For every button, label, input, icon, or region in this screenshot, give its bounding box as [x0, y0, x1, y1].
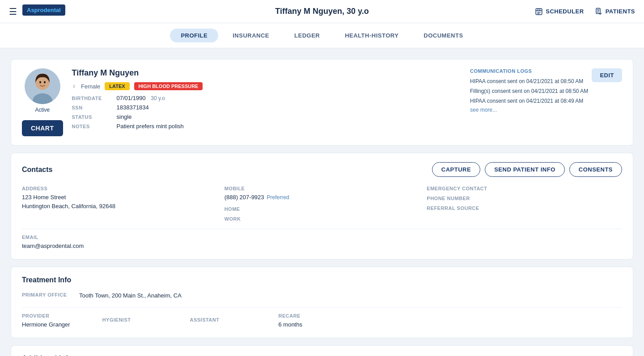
app-logo: Asprodental: [22, 4, 65, 16]
provider-field: PROVIDER Hermione Granger: [22, 313, 70, 329]
patient-title: Tiffany M Nguyen, 30 y.o: [275, 7, 369, 16]
provider-value: Hermione Granger: [22, 320, 70, 329]
hygienist-label: HYGIENIST: [102, 317, 131, 322]
mobile-label: MOBILE: [225, 186, 420, 191]
communication-logs: COMMUNICATION LOGS HIPAA consent sent on…: [470, 68, 622, 113]
tab-bar: PROFILE INSURANCE LEDGER HEALTH-HISTORY …: [0, 23, 644, 48]
main-content: Active CHART Tiffany M Nguyen ♀ Female L…: [0, 48, 644, 356]
divider: [22, 229, 622, 229]
top-nav: ☰ Asprodental Tiffany M Nguyen, 30 y.o S…: [0, 0, 644, 23]
primary-office-label: PRIMARY OFFICE: [22, 292, 76, 297]
primary-office-row: PRIMARY OFFICE Tooth Town, 200 Main St.,…: [22, 291, 622, 300]
nav-right: SCHEDULER PATIENTS: [535, 8, 635, 16]
notes-value: Patient prefers mint polish: [117, 123, 462, 130]
mobile-field: MOBILE (888) 207-9923 Preferred HOME WOR…: [225, 186, 420, 223]
patients-nav-btn[interactable]: PATIENTS: [595, 8, 635, 16]
tab-documents[interactable]: DOCUMENTS: [413, 29, 474, 42]
email-row: EMAIL team@asprodental.com: [22, 235, 622, 251]
emergency-field: EMERGENCY CONTACT PHONE NUMBER REFERRAL …: [427, 186, 622, 223]
contacts-action-buttons: CAPTURE SEND PATIENT INFO CONSENTS: [432, 162, 622, 177]
work-label: WORK: [225, 216, 420, 222]
gender-label: Female: [81, 83, 100, 90]
treatment-info-section: Treatment Info PRIMARY OFFICE Tooth Town…: [11, 267, 633, 338]
gender-icon: ♀: [72, 83, 77, 90]
home-label: HOME: [225, 206, 420, 212]
address-value: 123 Home Street Huntington Beach, Califo…: [22, 193, 217, 210]
recare-label: RECARE: [278, 313, 302, 318]
ssn-label: SSN: [72, 104, 117, 111]
address-field: ADDRESS 123 Home Street Huntington Beach…: [22, 186, 217, 223]
edit-button[interactable]: EDIT: [592, 68, 622, 82]
send-patient-info-button[interactable]: SEND PATIENT INFO: [485, 162, 565, 177]
ssn-value: 1838371834: [117, 104, 462, 111]
tab-insurance[interactable]: INSURANCE: [222, 29, 280, 42]
patient-info-grid: BIRTHDATE 07/01/1990 30 y.o SSN 18383718…: [72, 95, 462, 130]
contacts-section: Contacts CAPTURE SEND PATIENT INFO CONSE…: [11, 153, 633, 260]
email-label: EMAIL: [22, 235, 84, 240]
assistant-field: ASSISTANT: [190, 317, 219, 324]
address-label: ADDRESS: [22, 186, 217, 191]
scheduler-nav-btn[interactable]: SCHEDULER: [535, 8, 584, 16]
profile-header-card: Active CHART Tiffany M Nguyen ♀ Female L…: [11, 59, 633, 146]
emergency-label: EMERGENCY CONTACT: [427, 186, 622, 191]
email-field: EMAIL team@asprodental.com: [22, 235, 84, 251]
treatment-divider: [22, 307, 622, 308]
assistant-label: ASSISTANT: [190, 317, 219, 322]
mobile-preferred: Preferred: [267, 193, 289, 201]
comm-log-item-3: HIPAA consent sent on 04/21/2021 at 08:4…: [470, 97, 622, 105]
recare-value: 6 months: [278, 320, 302, 329]
email-value: team@asprodental.com: [22, 242, 84, 251]
work-field: WORK: [225, 216, 420, 222]
recare-field: RECARE 6 months: [278, 313, 302, 329]
gender-row: ♀ Female LATEX HIGH BLOOD PRESSURE: [72, 82, 462, 90]
blood-pressure-badge: HIGH BLOOD PRESSURE: [134, 82, 203, 90]
patients-icon: [595, 8, 603, 16]
scheduler-icon: [535, 8, 543, 16]
patient-name: Tiffany M Nguyen: [72, 68, 462, 78]
contacts-section-header: Contacts CAPTURE SEND PATIENT INFO CONSE…: [22, 162, 622, 177]
tab-health-history[interactable]: HEALTH-HISTORY: [334, 29, 409, 42]
status-label: STATUS: [72, 113, 117, 120]
svg-point-13: [39, 81, 41, 84]
latex-badge: LATEX: [105, 82, 129, 90]
hamburger-icon[interactable]: ☰: [9, 6, 17, 17]
referral-label: REFERRAL SOURCE: [427, 205, 622, 211]
provider-row: PROVIDER Hermione Granger HYGIENIST ASSI…: [22, 313, 622, 329]
birthdate-label: BIRTHDATE: [72, 95, 117, 101]
capture-button[interactable]: CAPTURE: [432, 162, 480, 177]
consents-button[interactable]: CONSENTS: [569, 162, 622, 177]
profile-info: Tiffany M Nguyen ♀ Female LATEX HIGH BLO…: [72, 68, 462, 130]
mobile-value: (888) 207-9923: [225, 193, 264, 202]
referral-field: REFERRAL SOURCE: [427, 205, 622, 211]
see-more-link[interactable]: see more...: [470, 107, 622, 113]
additional-info-section: Additional Info: [11, 345, 633, 356]
treatment-title: Treatment Info: [22, 276, 622, 284]
tab-ledger[interactable]: LEDGER: [284, 29, 330, 42]
contacts-grid: ADDRESS 123 Home Street Huntington Beach…: [22, 186, 622, 223]
tab-profile[interactable]: PROFILE: [170, 29, 218, 42]
svg-point-14: [44, 81, 46, 84]
active-badge: Active: [35, 107, 50, 113]
hygienist-field: HYGIENIST: [102, 317, 131, 324]
notes-label: NOTES: [72, 123, 117, 130]
primary-office-value: Tooth Town, 200 Main St., Anaheim, CA: [79, 291, 182, 300]
provider-label: PROVIDER: [22, 313, 70, 318]
mobile-row: (888) 207-9923 Preferred: [225, 193, 420, 202]
avatar: [25, 68, 60, 104]
phone-number-field: PHONE NUMBER: [427, 196, 622, 201]
avatar-container: Active CHART: [22, 68, 63, 136]
comm-log-item-2: Filling(s) consent sent on 04/21/2021 at…: [470, 87, 622, 95]
phone-number-label: PHONE NUMBER: [427, 196, 622, 201]
chart-button[interactable]: CHART: [22, 120, 63, 136]
birthdate-value: 07/01/1990 30 y.o: [117, 95, 462, 101]
avatar-image: [25, 68, 60, 104]
marital-status-value: single: [117, 113, 462, 120]
home-field: HOME: [225, 206, 420, 212]
contacts-title: Contacts: [22, 166, 52, 174]
